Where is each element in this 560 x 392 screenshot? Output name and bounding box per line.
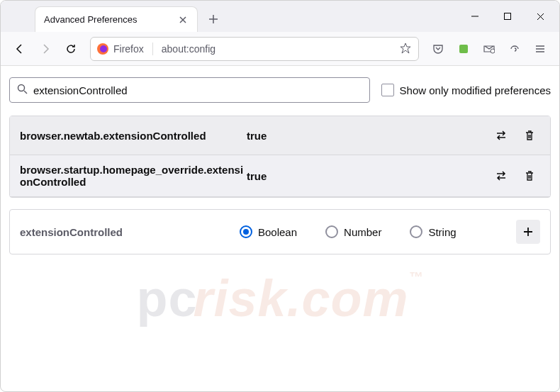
radio-icon: [410, 225, 422, 238]
bookmark-star-icon[interactable]: [400, 43, 413, 55]
identity-label: Firefox: [113, 43, 144, 55]
close-tab-icon[interactable]: [177, 14, 189, 26]
svg-rect-0: [505, 13, 511, 20]
svg-point-5: [18, 84, 25, 91]
radio-label: Number: [344, 226, 381, 238]
url-text: about:config: [162, 43, 396, 55]
close-window-button[interactable]: [524, 5, 556, 28]
search-input[interactable]: [33, 84, 362, 96]
reload-button[interactable]: [59, 37, 83, 61]
radio-number[interactable]: Number: [325, 225, 381, 238]
titlebar: Advanced Preferences: [1, 1, 559, 32]
new-preference-row: extensionControlled Boolean Number Strin…: [9, 209, 551, 254]
pref-actions: [491, 125, 540, 146]
radio-label: String: [428, 226, 456, 238]
checkbox-icon: [381, 84, 394, 96]
radio-icon: [325, 225, 338, 238]
radio-boolean[interactable]: Boolean: [240, 225, 297, 238]
show-modified-label: Show only modified preferences: [400, 84, 551, 96]
url-bar[interactable]: Firefox about:config: [90, 37, 419, 61]
search-box[interactable]: [9, 77, 370, 103]
svg-rect-3: [459, 45, 468, 53]
shield-icon[interactable]: [503, 37, 527, 61]
radio-label: Boolean: [258, 226, 297, 238]
about-config-content: Show only modified preferences browser.n…: [1, 66, 559, 266]
pref-value: true: [247, 130, 491, 142]
firefox-icon: [96, 43, 109, 55]
urlbar-separator: [152, 43, 153, 55]
pref-name: browser.startup.homepage_override.extens…: [20, 164, 247, 188]
search-icon: [17, 84, 28, 97]
type-radio-group: Boolean Number String: [240, 225, 516, 238]
delete-button[interactable]: [519, 125, 540, 146]
toggle-button[interactable]: [491, 165, 512, 186]
tab-title: Advanced Preferences: [44, 14, 177, 25]
app-menu-button[interactable]: [528, 37, 552, 61]
toolbar: Firefox about:config: [1, 32, 559, 66]
pref-name: browser.newtab.extensionControlled: [20, 130, 247, 142]
back-button[interactable]: [8, 37, 32, 61]
watermark: pcrisk.com™: [136, 269, 423, 327]
maximize-button[interactable]: [491, 5, 524, 28]
new-pref-name: extensionControlled: [20, 226, 240, 238]
pref-actions: [491, 165, 540, 186]
toggle-button[interactable]: [491, 125, 512, 146]
pref-row: browser.newtab.extensionControlled true: [10, 116, 550, 155]
pref-row: browser.startup.homepage_override.extens…: [10, 155, 550, 197]
pocket-icon[interactable]: [426, 37, 450, 61]
show-modified-toggle[interactable]: Show only modified preferences: [381, 84, 551, 96]
radio-string[interactable]: String: [410, 225, 456, 238]
preferences-list: browser.newtab.extensionControlled true …: [9, 116, 551, 198]
extension-icon[interactable]: [452, 37, 476, 61]
delete-button[interactable]: [519, 165, 540, 186]
add-preference-button[interactable]: [516, 220, 540, 244]
new-tab-button[interactable]: [202, 8, 225, 30]
search-row: Show only modified preferences: [9, 77, 551, 103]
window-controls: [459, 1, 556, 32]
minimize-button[interactable]: [459, 5, 491, 28]
account-icon[interactable]: [477, 37, 501, 61]
radio-icon: [240, 225, 252, 238]
tab-advanced-preferences[interactable]: Advanced Preferences: [35, 6, 198, 32]
tabs-area: Advanced Preferences: [35, 1, 225, 32]
svg-point-2: [100, 45, 107, 52]
forward-button[interactable]: [33, 37, 57, 61]
svg-point-4: [491, 49, 495, 53]
pref-value: true: [247, 170, 491, 182]
